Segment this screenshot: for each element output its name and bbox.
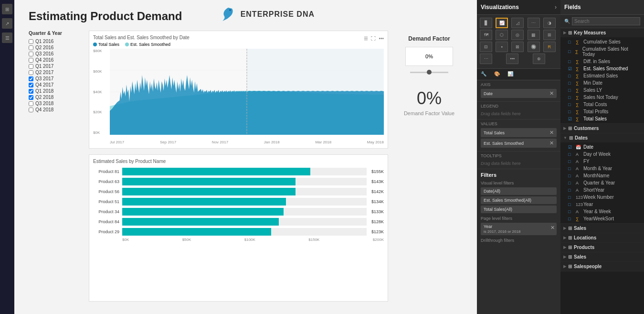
field-group-header-products[interactable]: ▶ ⊞ Products bbox=[560, 243, 644, 252]
nav-icon-data[interactable]: ☰ bbox=[2, 32, 12, 43]
viz-btn-waterfall[interactable]: ⊠ bbox=[511, 42, 524, 52]
field-row-shortyear[interactable]: □ A ShortYear bbox=[560, 186, 644, 194]
filter-year[interactable]: Year is 2017, 2016 or 2018 ✕ bbox=[481, 223, 557, 235]
gauge-value: 0% bbox=[425, 54, 433, 59]
chart-expand-icon[interactable]: ⛶ bbox=[371, 36, 376, 41]
chart-menu-icon[interactable]: ☰ bbox=[364, 36, 368, 41]
filter-checkbox-q1-2018[interactable] bbox=[29, 89, 33, 94]
values-field-remove[interactable]: ✕ bbox=[549, 140, 554, 146]
filter-total-sales-all[interactable]: Total Sales(All) bbox=[481, 206, 557, 213]
filter-item-q3-2017[interactable]: Q3 2017 bbox=[29, 76, 81, 81]
filter-checkbox-q1-2016[interactable] bbox=[29, 39, 33, 44]
viz-panel-expand[interactable]: › bbox=[555, 4, 557, 11]
field-row-total-sales[interactable]: ☑ ∑ Total Sales bbox=[560, 115, 644, 122]
fields-search-input[interactable] bbox=[572, 17, 640, 25]
viz-btn-r[interactable]: R bbox=[543, 42, 556, 52]
nav-icon-home[interactable]: ⊞ bbox=[2, 4, 12, 14]
field-row-day-of-week[interactable]: □ A Day of Week bbox=[560, 151, 644, 158]
values-field-est-sales[interactable]: Est. Sales Smoothed ✕ bbox=[481, 139, 557, 148]
table-icon: ⊞ bbox=[568, 254, 572, 260]
filter-checkbox-q3-2016[interactable] bbox=[29, 52, 33, 56]
chart-more-icon[interactable]: ••• bbox=[379, 36, 384, 41]
filter-year-remove[interactable]: ✕ bbox=[550, 225, 555, 231]
viz-btn-map[interactable]: 🗺 bbox=[480, 30, 492, 40]
nav-icon-report[interactable]: ↗ bbox=[2, 18, 12, 29]
field-row-date[interactable]: ☑ 📅 Date bbox=[560, 143, 644, 151]
field-row-year-week[interactable]: □ A Year & Week bbox=[560, 208, 644, 215]
gauge-handle[interactable] bbox=[427, 70, 432, 75]
filter-checkbox-q2-2018[interactable] bbox=[29, 95, 33, 100]
field-row-week-number[interactable]: □ 123 Week Number bbox=[560, 194, 644, 201]
gauge-slider[interactable] bbox=[410, 72, 448, 73]
viz-btn-area[interactable]: ◿ bbox=[511, 18, 524, 28]
viz-tab-format[interactable]: 🎨 bbox=[490, 69, 504, 80]
viz-btn-pie[interactable]: ◑ bbox=[543, 18, 556, 28]
viz-btn-treemap[interactable]: ▪ bbox=[496, 42, 508, 52]
filter-checkbox-q4-2016[interactable] bbox=[29, 58, 33, 63]
field-items-key-measures: □ ∑ Cumulative Sales □ ∑ Cumulative Sale… bbox=[560, 37, 644, 123]
filter-checkbox-q4-2018[interactable] bbox=[29, 108, 33, 112]
values-field-total-sales[interactable]: Total Sales ✕ bbox=[481, 128, 557, 137]
viz-btn-table[interactable]: ⊞ bbox=[543, 30, 556, 40]
field-row-yearweeksort[interactable]: □ ∑ YearWeekSort bbox=[560, 215, 644, 222]
filter-est-sales-all[interactable]: Est. Sales Smoothed(All) bbox=[481, 196, 557, 204]
top-chart-container: Total Sales and Est. Sales Smoothed by D… bbox=[89, 31, 388, 149]
filter-item-q1-2017[interactable]: Q1 2017 bbox=[29, 64, 81, 69]
filter-item-q2-2018[interactable]: Q2 2018 bbox=[29, 95, 81, 100]
filter-checkbox-q3-2017[interactable] bbox=[29, 76, 33, 81]
viz-btn-card[interactable]: ▦ bbox=[528, 30, 540, 40]
filter-item-q4-2016[interactable]: Q4 2016 bbox=[29, 57, 81, 63]
field-row-est-sales-smoothed[interactable]: ☑ ∑ Est. Sales Smoothed bbox=[560, 65, 644, 72]
filter-checkbox-q4-2017[interactable] bbox=[29, 83, 33, 87]
filter-checkbox-q3-2018[interactable] bbox=[29, 101, 33, 106]
field-row-diff-sales[interactable]: □ ∑ Diff. in Sales bbox=[560, 58, 644, 65]
filter-item-q2-2016[interactable]: Q2 2016 bbox=[29, 45, 81, 50]
field-group-header-sales[interactable]: ▶ ⊞ Sales bbox=[560, 252, 644, 261]
viz-btn-bar[interactable]: ▊ bbox=[480, 18, 492, 28]
viz-tab-analytics[interactable]: 📊 bbox=[504, 69, 517, 80]
filter-item-q4-2017[interactable]: Q4 2017 bbox=[29, 82, 81, 87]
viz-btn-ribbon[interactable]: 🔘 bbox=[528, 42, 540, 52]
axis-field-date[interactable]: Date ✕ bbox=[481, 89, 557, 98]
field-group-header-customers[interactable]: ▶ ⊞ Customers bbox=[560, 124, 644, 133]
field-row-total-profits[interactable]: □ ∑ Total Profits bbox=[560, 108, 644, 115]
filter-date-all[interactable]: Date(All) bbox=[481, 187, 557, 195]
filter-checkbox-q2-2017[interactable] bbox=[29, 70, 33, 75]
viz-tab-fields[interactable]: 🔧 bbox=[477, 69, 490, 80]
viz-btn-funnel[interactable]: ⬡ bbox=[496, 30, 508, 40]
filter-item-q4-2018[interactable]: Q4 2018 bbox=[29, 107, 81, 112]
filter-checkbox-q2-2016[interactable] bbox=[29, 45, 33, 50]
field-group-header-salespeople[interactable]: ▶ ⊞ Salespeople bbox=[560, 262, 644, 271]
field-row-sales-not-today[interactable]: □ ∑ Sales Not Today bbox=[560, 94, 644, 101]
field-row-quarter-year[interactable]: □ A Quarter & Year bbox=[560, 179, 644, 186]
filter-item-q3-2016[interactable]: Q3 2016 bbox=[29, 51, 81, 56]
field-row-total-costs[interactable]: □ ∑ Total Costs bbox=[560, 101, 644, 108]
field-group-header-locations[interactable]: ▶ ⊞ Locations bbox=[560, 233, 644, 242]
field-group-header-dates[interactable]: ▼ ⊞ Dates bbox=[560, 133, 644, 142]
viz-btn-gauge[interactable]: ◎ bbox=[511, 30, 524, 40]
viz-btn-more1[interactable]: ⋯ bbox=[480, 54, 492, 64]
field-row-monthname[interactable]: □ A MonthName bbox=[560, 172, 644, 179]
viz-btn-matrix[interactable]: ⊟ bbox=[480, 42, 492, 52]
values-field-remove[interactable]: ✕ bbox=[549, 130, 554, 136]
filter-item-q2-2017[interactable]: Q2 2017 bbox=[29, 70, 81, 75]
viz-btn-line[interactable]: 📈 bbox=[496, 18, 508, 28]
field-row-cumulative-sales-not-today[interactable]: □ ∑ Cumulative Sales Not Today bbox=[560, 45, 644, 58]
field-group-header-key-measures[interactable]: ▶ ⊞ Key Measures bbox=[560, 28, 644, 37]
field-row-month-year[interactable]: □ A Month & Year bbox=[560, 165, 644, 172]
filter-checkbox-q1-2017[interactable] bbox=[29, 64, 33, 69]
field-row-min-date[interactable]: □ ∑ Min Date bbox=[560, 79, 644, 87]
field-row-cumulative-sales[interactable]: □ ∑ Cumulative Sales bbox=[560, 38, 644, 45]
filter-item-q1-2016[interactable]: Q1 2016 bbox=[29, 39, 81, 44]
field-row-fy[interactable]: □ A FY bbox=[560, 158, 644, 165]
filter-item-q3-2018[interactable]: Q3 2018 bbox=[29, 101, 81, 106]
filter-item-q1-2018[interactable]: Q1 2018 bbox=[29, 88, 81, 94]
viz-btn-more3[interactable]: ⊕ bbox=[533, 54, 545, 64]
field-row-estimated-sales[interactable]: □ ∑ Estimated Sales bbox=[560, 72, 644, 79]
field-group-header-demand-factor[interactable]: ▶ ⊞ Sales bbox=[560, 224, 644, 233]
field-row-year[interactable]: □ 123 Year bbox=[560, 201, 644, 208]
viz-btn-scatter[interactable]: ⋯ bbox=[528, 18, 540, 28]
axis-field-remove[interactable]: ✕ bbox=[549, 90, 554, 97]
viz-btn-more2[interactable]: ••• bbox=[506, 54, 518, 64]
field-row-sales-ly[interactable]: □ ∑ Sales LY bbox=[560, 87, 644, 94]
